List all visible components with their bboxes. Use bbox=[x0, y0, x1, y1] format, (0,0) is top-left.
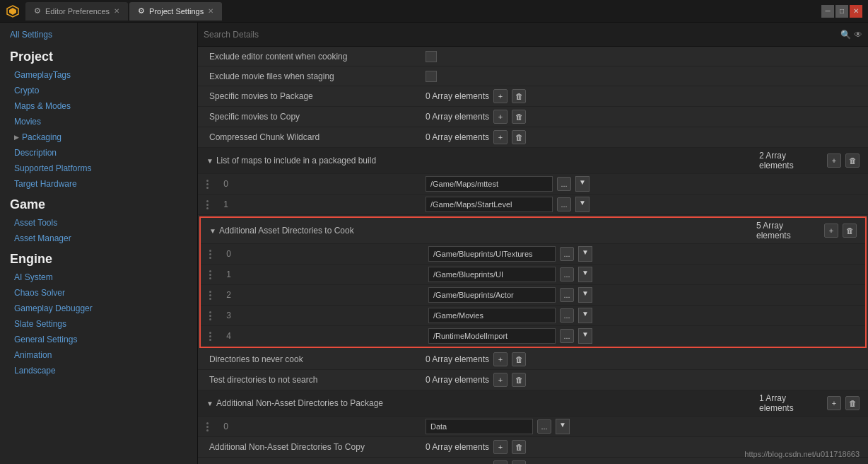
dropdown-map1[interactable]: ▼ bbox=[575, 197, 590, 212]
path-input-map1[interactable] bbox=[426, 197, 553, 212]
add-movies-package[interactable]: + bbox=[493, 89, 508, 103]
section-maps-header: ▼ List of maps to include in a packaged … bbox=[198, 148, 868, 174]
tab-project-close[interactable]: ✕ bbox=[208, 7, 213, 15]
asset-dir-3: 3 ... ▼ bbox=[201, 306, 865, 326]
url-watermark: https://blog.csdn.net/u011718663 bbox=[744, 450, 860, 458]
add-asset-dirs[interactable]: + bbox=[824, 224, 838, 238]
sidebar-item-ai-system[interactable]: AI System bbox=[0, 269, 197, 285]
sidebar-item-asset-manager[interactable]: Asset Manager bbox=[0, 231, 197, 246]
dropdown-ad1[interactable]: ▼ bbox=[578, 267, 592, 282]
label-nonadd-copy: Additional Non-Asset Directories To Copy bbox=[206, 442, 426, 452]
drag-handle-na0[interactable] bbox=[206, 422, 209, 431]
sidebar-item-description[interactable]: Description bbox=[0, 145, 197, 161]
path-input-na0[interactable] bbox=[426, 419, 533, 434]
dropdown-ad0[interactable]: ▼ bbox=[578, 246, 592, 262]
path-input-ad4[interactable] bbox=[428, 328, 556, 344]
add-movies-copy[interactable]: + bbox=[493, 110, 508, 124]
sidebar-item-gameplaytags[interactable]: GameplayTags bbox=[0, 67, 197, 83]
add-nonadds[interactable]: + bbox=[827, 396, 841, 410]
dots-ad1[interactable]: ... bbox=[560, 267, 574, 282]
dropdown-na0[interactable]: ▼ bbox=[556, 419, 570, 434]
asset-dirs-collapse-arrow[interactable]: ▼ bbox=[209, 227, 216, 235]
tab-editor-close[interactable]: ✕ bbox=[114, 7, 119, 15]
search-icons: 🔍 👁 bbox=[840, 30, 862, 40]
sidebar-item-gameplay-debugger[interactable]: Gameplay Debugger bbox=[0, 301, 197, 316]
add-maps[interactable]: + bbox=[827, 153, 841, 168]
add-dirs-never-cook[interactable]: + bbox=[493, 352, 508, 366]
dots-ad2[interactable]: ... bbox=[560, 288, 574, 302]
value-test-dirs: 0 Array elements + 🗑 bbox=[426, 373, 860, 387]
count-compressed-chunk: 0 Array elements bbox=[426, 132, 489, 142]
del-maps[interactable]: 🗑 bbox=[845, 153, 860, 168]
dots-na0[interactable]: ... bbox=[537, 419, 551, 434]
add-nonadd-pkg-dedic[interactable]: + bbox=[493, 460, 508, 464]
tab-project-settings[interactable]: ⚙ Project Settings ✕ bbox=[129, 2, 222, 21]
count-dirs-never-cook: 0 Array elements bbox=[426, 354, 489, 364]
add-compressed-chunk[interactable]: + bbox=[493, 130, 508, 144]
dots-map0[interactable]: ... bbox=[557, 177, 571, 191]
del-compressed-chunk[interactable]: 🗑 bbox=[512, 130, 526, 144]
del-nonadd-copy[interactable]: 🗑 bbox=[512, 440, 526, 454]
sidebar-item-movies[interactable]: Movies bbox=[0, 114, 197, 129]
minimize-button[interactable]: ─ bbox=[821, 5, 834, 18]
drag-handle-ad3[interactable] bbox=[209, 311, 211, 320]
drag-handle-map1[interactable] bbox=[206, 200, 209, 209]
sidebar-item-target-hardware[interactable]: Target Hardware bbox=[0, 176, 197, 192]
path-input-ad3[interactable] bbox=[428, 308, 556, 323]
eye-icon[interactable]: 👁 bbox=[854, 30, 862, 40]
path-input-ad0[interactable] bbox=[428, 246, 556, 262]
sidebar-item-general-settings[interactable]: General Settings bbox=[0, 332, 197, 347]
dots-ad4[interactable]: ... bbox=[560, 329, 574, 343]
sidebar-item-maps-modes[interactable]: Maps & Modes bbox=[0, 98, 197, 114]
add-nonadd-copy[interactable]: + bbox=[493, 440, 508, 454]
app-logo bbox=[6, 4, 20, 18]
label-test-dirs: Test directories to not search bbox=[206, 375, 426, 385]
sidebar-item-chaos-solver[interactable]: Chaos Solver bbox=[0, 285, 197, 301]
drag-handle-ad2[interactable] bbox=[209, 291, 211, 300]
tab-editor-preferences[interactable]: ⚙ Editor Preferences ✕ bbox=[25, 2, 128, 21]
drag-handle-ad0[interactable] bbox=[209, 250, 211, 259]
dropdown-ad3[interactable]: ▼ bbox=[578, 308, 592, 323]
dropdown-ad2[interactable]: ▼ bbox=[578, 287, 592, 303]
del-movies-copy[interactable]: 🗑 bbox=[512, 110, 526, 124]
del-dirs-never-cook[interactable]: 🗑 bbox=[512, 352, 526, 366]
path-input-ad1[interactable] bbox=[428, 267, 556, 282]
nonadds-collapse-arrow[interactable]: ▼ bbox=[206, 400, 213, 407]
del-test-dirs[interactable]: 🗑 bbox=[512, 373, 526, 387]
dots-ad0[interactable]: ... bbox=[560, 247, 574, 261]
del-movies-package[interactable]: 🗑 bbox=[512, 89, 526, 103]
close-button[interactable]: ✕ bbox=[850, 5, 862, 18]
tab-project-label: Project Settings bbox=[149, 7, 204, 16]
sidebar-item-asset-tools[interactable]: Asset Tools bbox=[0, 215, 197, 231]
sidebar-item-crypto[interactable]: Crypto bbox=[0, 83, 197, 98]
sidebar-all-settings[interactable]: All Settings bbox=[0, 23, 197, 44]
search-icon[interactable]: 🔍 bbox=[840, 30, 851, 40]
del-asset-dirs[interactable]: 🗑 bbox=[843, 224, 857, 238]
sidebar-item-animation[interactable]: Animation bbox=[0, 347, 197, 363]
path-input-ad2[interactable] bbox=[428, 287, 556, 303]
count-test-dirs: 0 Array elements bbox=[426, 375, 489, 385]
sidebar-item-landscape[interactable]: Landscape bbox=[0, 363, 197, 378]
sidebar-item-packaging[interactable]: ▶ Packaging bbox=[0, 129, 197, 145]
drag-handle-ad1[interactable] bbox=[209, 270, 211, 279]
add-test-dirs[interactable]: + bbox=[493, 373, 508, 387]
maximize-button[interactable]: □ bbox=[835, 5, 848, 18]
dots-ad3[interactable]: ... bbox=[560, 308, 574, 323]
checkbox-exclude-editor[interactable] bbox=[426, 51, 437, 62]
checkbox-exclude-movies[interactable] bbox=[426, 71, 437, 82]
dropdown-map0[interactable]: ▼ bbox=[575, 176, 590, 192]
search-input[interactable] bbox=[204, 30, 836, 40]
del-nonadd-pkg-dedic[interactable]: 🗑 bbox=[512, 460, 526, 464]
drag-handle-map0[interactable] bbox=[206, 180, 209, 189]
dropdown-ad4[interactable]: ▼ bbox=[578, 328, 592, 344]
dots-map1[interactable]: ... bbox=[557, 197, 571, 211]
tab-project-icon: ⚙ bbox=[138, 6, 145, 16]
drag-handle-ad4[interactable] bbox=[209, 332, 211, 341]
sidebar-item-slate-settings[interactable]: Slate Settings bbox=[0, 316, 197, 332]
del-nonadds[interactable]: 🗑 bbox=[845, 396, 860, 410]
asset-dir-4: 4 ... ▼ bbox=[201, 326, 865, 347]
maps-collapse-arrow[interactable]: ▼ bbox=[206, 157, 213, 165]
tab-editor-icon: ⚙ bbox=[34, 6, 41, 16]
path-input-map0[interactable] bbox=[426, 176, 553, 192]
sidebar-item-supported-platforms[interactable]: Supported Platforms bbox=[0, 161, 197, 176]
